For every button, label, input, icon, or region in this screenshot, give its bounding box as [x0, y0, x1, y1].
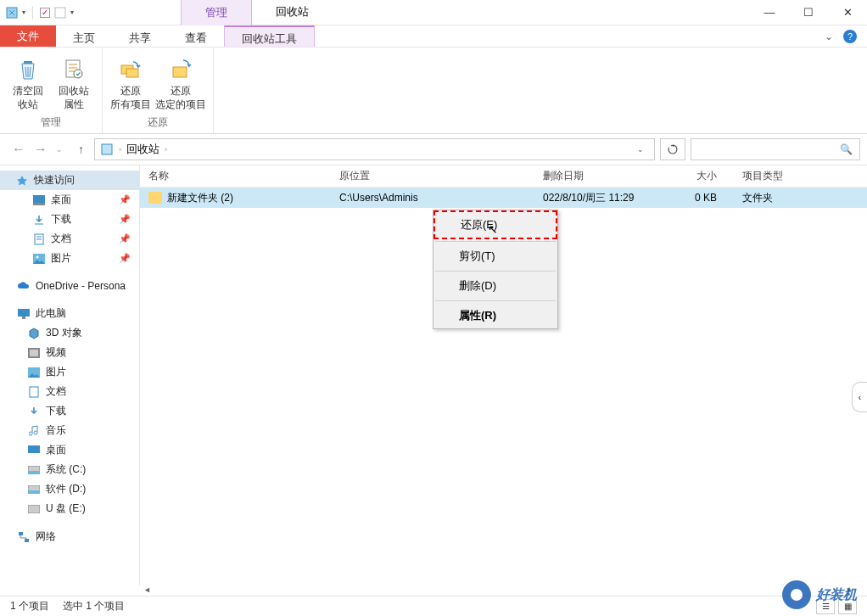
col-type[interactable]: 项目类型 — [734, 169, 867, 183]
file-row[interactable]: 新建文件夹 (2) C:\Users\Adminis 022/8/10/周三 1… — [140, 188, 867, 208]
tree-drive-c[interactable]: 系统 (C:) — [0, 460, 139, 479]
tree-documents[interactable]: 文档📌 — [0, 229, 139, 249]
title-bar: ▾ ✓ ▾ 管理 回收站 — ☐ ✕ — [0, 0, 867, 25]
tree-music[interactable]: 音乐 — [0, 421, 139, 440]
svg-rect-16 — [33, 203, 45, 205]
contextual-tab-group: 管理 回收站 — [181, 0, 333, 25]
tree-desktop2[interactable]: 桌面 — [0, 440, 139, 460]
empty-label: 清空回 收站 — [13, 85, 43, 111]
tree-network[interactable]: 网络 — [0, 527, 139, 546]
cell-type: 文件夹 — [734, 191, 867, 205]
desktop-icon — [27, 444, 41, 457]
tree-documents2[interactable]: 文档 — [0, 382, 139, 401]
tab-view[interactable]: 查看 — [168, 25, 224, 47]
qat-checkbox[interactable]: ✓ — [40, 8, 50, 18]
empty-recycle-bin-button[interactable]: 清空回 收站 — [7, 51, 49, 114]
svg-rect-24 — [22, 316, 25, 319]
ctx-sep3 — [435, 300, 556, 301]
restore-selected-button[interactable]: 还原 选定的项目 — [155, 51, 206, 114]
breadcrumb-recycle[interactable]: 回收站 — [126, 142, 159, 157]
col-name[interactable]: 名称 — [140, 169, 331, 183]
address-dropdown-icon[interactable]: ⌄ — [632, 145, 649, 154]
tree-desktop[interactable]: 桌面📌 — [0, 190, 139, 210]
ctx-delete[interactable]: 删除(D) — [434, 273, 557, 299]
up-button[interactable]: ↑ — [73, 143, 89, 156]
horizontal-scrollbar[interactable]: ◄ ► — [140, 584, 857, 596]
navigation-tree: 快速访问 桌面📌 下载📌 文档📌 图片📌 OneDrive - Persona … — [0, 165, 140, 585]
restore-selected-icon — [167, 56, 194, 83]
tree-drive-d[interactable]: 软件 (D:) — [0, 479, 139, 499]
ctx-properties[interactable]: 属性(R) — [434, 303, 557, 328]
svg-rect-2 — [24, 61, 32, 64]
crumb-sep1: › — [119, 145, 121, 154]
manage-contextual-tab: 管理 — [181, 0, 252, 25]
svg-point-22 — [36, 255, 39, 258]
svg-rect-14 — [102, 144, 112, 154]
tab-home[interactable]: 主页 — [56, 25, 112, 47]
recycle-bin-properties-button[interactable]: 回收站 属性 — [53, 51, 95, 114]
minimize-button[interactable]: — — [750, 0, 789, 25]
tree-downloads[interactable]: 下载📌 — [0, 210, 139, 229]
tree-videos[interactable]: 视频 — [0, 343, 139, 362]
document-icon — [27, 385, 41, 399]
cube-icon — [27, 327, 41, 340]
pin-icon: 📌 — [119, 253, 131, 264]
side-panel-toggle[interactable]: ‹ — [852, 382, 867, 412]
pc-icon — [17, 307, 31, 321]
ctx-sep1 — [435, 241, 556, 242]
tree-pictures2[interactable]: 图片 — [0, 362, 139, 382]
ribbon-group-manage: 清空回 收站 回收站 属性 管理 — [0, 48, 103, 133]
col-size[interactable]: 大小 — [666, 169, 734, 183]
cell-name: 新建文件夹 (2) — [140, 191, 331, 205]
help-icon[interactable]: ? — [843, 30, 857, 43]
folder-icon — [148, 192, 162, 204]
refresh-button[interactable] — [660, 138, 685, 160]
cell-date: 022/8/10/周三 11:29 — [534, 191, 666, 205]
tree-downloads2[interactable]: 下载 — [0, 401, 139, 421]
tree-this-pc[interactable]: 此电脑 — [0, 304, 139, 323]
tree-quick-access[interactable]: 快速访问 — [0, 171, 139, 190]
watermark: 好装机 — [782, 580, 857, 609]
column-headers: 名称 原位置 删除日期 大小 项目类型 — [140, 165, 867, 188]
history-dropdown-icon[interactable]: ⌄ — [56, 145, 63, 154]
tab-file[interactable]: 文件 — [0, 25, 56, 47]
props-label: 回收站 属性 — [59, 85, 89, 111]
col-date-deleted[interactable]: 删除日期 — [534, 169, 666, 183]
col-original-location[interactable]: 原位置 — [331, 169, 534, 183]
ctx-cut[interactable]: 剪切(T) — [434, 244, 557, 269]
qat-separator — [32, 6, 33, 20]
window-controls: — ☐ ✕ — [750, 0, 867, 25]
scroll-left-icon[interactable]: ◄ — [140, 585, 154, 594]
usb-icon — [27, 502, 41, 516]
maximize-button[interactable]: ☐ — [789, 0, 828, 25]
restore-all-button[interactable]: 还原 所有项目 — [109, 51, 152, 114]
search-box[interactable]: 🔍 — [691, 138, 860, 160]
restore-sel-label: 还原 选定的项目 — [155, 85, 206, 111]
cell-size: 0 KB — [666, 192, 734, 204]
tree-pictures[interactable]: 图片📌 — [0, 249, 139, 268]
quick-access-label: 快速访问 — [34, 173, 75, 188]
status-selected-count: 选中 1 个项目 — [63, 599, 125, 613]
ctx-restore[interactable]: 还原(E) — [434, 210, 557, 239]
qat-dropdown-icon[interactable]: ▾ — [22, 8, 25, 16]
address-bar[interactable]: › 回收站 › ⌄ — [94, 138, 655, 160]
back-button[interactable]: ← — [12, 142, 25, 157]
status-bar: 1 个项目 选中 1 个项目 ☰ ▦ — [0, 596, 867, 616]
close-button[interactable]: ✕ — [828, 0, 867, 25]
svg-rect-36 — [25, 539, 29, 542]
forward-button[interactable]: → — [34, 142, 48, 157]
desktop-icon — [32, 193, 46, 207]
recycle-bin-small-icon — [100, 143, 114, 156]
pin-icon: 📌 — [119, 214, 131, 225]
ribbon-collapse-icon[interactable]: ⌄ — [825, 31, 833, 42]
qat-dropdown2-icon[interactable]: ▾ — [70, 8, 74, 16]
tree-3d-objects[interactable]: 3D 对象 — [0, 323, 139, 343]
download-icon — [27, 405, 41, 418]
svg-rect-31 — [28, 471, 40, 474]
svg-rect-1 — [55, 8, 65, 18]
tab-recycle-tools[interactable]: 回收站工具 — [224, 25, 315, 47]
svg-rect-28 — [30, 387, 38, 397]
tree-drive-e[interactable]: U 盘 (E:) — [0, 499, 139, 518]
tab-share[interactable]: 共享 — [112, 25, 168, 47]
tree-onedrive[interactable]: OneDrive - Persona — [0, 277, 139, 295]
